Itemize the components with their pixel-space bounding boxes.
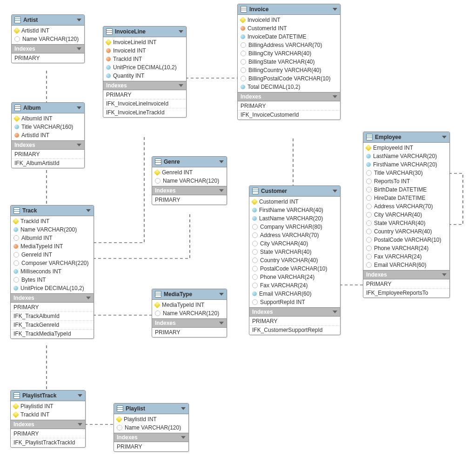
indexes-header[interactable]: Indexes	[12, 140, 84, 150]
index-row[interactable]: PRIMARY	[249, 317, 340, 325]
entity-header[interactable]: InvoiceLine	[103, 26, 186, 37]
column-row[interactable]: AlbumId INT	[11, 234, 94, 242]
column-row[interactable]: PlaylistId INT	[11, 402, 85, 410]
indexes-header[interactable]: Indexes	[114, 433, 188, 442]
chevron-down-icon[interactable]	[333, 190, 337, 192]
column-row[interactable]: PlaylistId INT	[114, 415, 188, 423]
column-row[interactable]: GenreId INT	[11, 251, 94, 259]
column-row[interactable]: PostalCode VARCHAR(10)	[363, 236, 449, 244]
column-row[interactable]: ArtistId INT	[12, 131, 84, 139]
column-row[interactable]: LastName VARCHAR(20)	[363, 152, 449, 160]
chevron-down-icon[interactable]	[179, 30, 183, 33]
chevron-down-icon[interactable]	[181, 407, 186, 410]
column-row[interactable]: Composer VARCHAR(220)	[11, 259, 94, 267]
entity-playlist[interactable]: PlaylistPlaylistId INTName VARCHAR(120)I…	[114, 403, 189, 452]
entity-playlisttrack[interactable]: PlaylistTrackPlaylistId INTTrackId INTIn…	[10, 390, 86, 448]
entity-header[interactable]: PlaylistTrack	[11, 390, 85, 401]
entity-mediatype[interactable]: MediaTypeMediaTypeId INTName VARCHAR(120…	[152, 289, 227, 337]
chevron-down-icon[interactable]	[181, 436, 186, 439]
indexes-header[interactable]: Indexes	[12, 44, 84, 53]
index-row[interactable]: PRIMARY	[11, 303, 94, 311]
index-row[interactable]: IFK_TrackGenreId	[11, 320, 94, 329]
column-row[interactable]: Quantity INT	[103, 72, 186, 80]
column-row[interactable]: Company VARCHAR(80)	[249, 223, 340, 231]
column-row[interactable]: AlbumId INT	[12, 114, 84, 123]
column-row[interactable]: SupportRepId INT	[249, 298, 340, 306]
entity-header[interactable]: Customer	[249, 186, 340, 197]
column-row[interactable]: PostalCode VARCHAR(10)	[249, 264, 340, 273]
index-row[interactable]: IFK_TrackAlbumId	[11, 311, 94, 320]
column-row[interactable]: InvoiceId INT	[238, 16, 340, 24]
column-row[interactable]: Email VARCHAR(60)	[249, 290, 340, 298]
index-row[interactable]: PRIMARY	[103, 91, 186, 99]
column-row[interactable]: TrackId INT	[103, 55, 186, 63]
column-row[interactable]: BillingAddress VARCHAR(70)	[238, 41, 340, 49]
entity-header[interactable]: Artist	[12, 15, 84, 26]
column-row[interactable]: Name VARCHAR(120)	[152, 309, 227, 317]
index-row[interactable]: PRIMARY	[12, 150, 84, 159]
column-row[interactable]: State VARCHAR(40)	[363, 219, 449, 227]
column-row[interactable]: GenreId INT	[152, 168, 227, 177]
entity-customer[interactable]: CustomerCustomerId INTFirstName VARCHAR(…	[249, 185, 341, 335]
column-row[interactable]: InvoiceDate DATETIME	[238, 33, 340, 41]
column-row[interactable]: Email VARCHAR(60)	[363, 261, 449, 269]
index-row[interactable]: IFK_InvoiceLineTrackId	[103, 108, 186, 117]
chevron-down-icon[interactable]	[77, 19, 81, 21]
entity-header[interactable]: Invoice	[238, 4, 340, 15]
column-row[interactable]: Title VARCHAR(30)	[363, 169, 449, 177]
column-row[interactable]: EmployeeId INT	[363, 144, 449, 152]
entity-header[interactable]: Genre	[152, 157, 227, 167]
entity-header[interactable]: Track	[11, 205, 94, 216]
column-row[interactable]: FirstName VARCHAR(20)	[363, 160, 449, 169]
chevron-down-icon[interactable]	[77, 47, 81, 50]
chevron-down-icon[interactable]	[219, 189, 224, 192]
column-row[interactable]: Country VARCHAR(40)	[363, 227, 449, 236]
indexes-header[interactable]: Indexes	[152, 186, 227, 195]
column-row[interactable]: MediaTypeId INT	[152, 301, 227, 309]
index-row[interactable]: PRIMARY	[11, 430, 85, 438]
entity-employee[interactable]: EmployeeEmployeeId INTLastName VARCHAR(2…	[363, 132, 450, 298]
chevron-down-icon[interactable]	[86, 297, 91, 299]
column-row[interactable]: UnitPrice DECIMAL(10,2)	[11, 284, 94, 292]
index-row[interactable]: IFK_InvoiceLineInvoiceId	[103, 99, 186, 108]
column-row[interactable]: TrackId INT	[11, 217, 94, 225]
column-row[interactable]: Name VARCHAR(120)	[114, 423, 188, 432]
index-row[interactable]: PRIMARY	[152, 196, 227, 204]
column-row[interactable]: TrackId INT	[11, 410, 85, 419]
chevron-down-icon[interactable]	[77, 106, 81, 109]
column-row[interactable]: Phone VARCHAR(24)	[363, 244, 449, 252]
column-row[interactable]: City VARCHAR(40)	[249, 239, 340, 248]
column-row[interactable]: Milliseconds INT	[11, 267, 94, 276]
chevron-down-icon[interactable]	[78, 394, 82, 397]
column-row[interactable]: Name VARCHAR(200)	[11, 225, 94, 234]
index-row[interactable]: PRIMARY	[238, 102, 340, 110]
index-row[interactable]: IFK_AlbumArtistId	[12, 159, 84, 167]
column-row[interactable]: Fax VARCHAR(24)	[363, 252, 449, 261]
column-row[interactable]: FirstName VARCHAR(40)	[249, 206, 340, 214]
indexes-header[interactable]: Indexes	[249, 307, 340, 317]
entity-header[interactable]: Employee	[363, 132, 449, 143]
column-row[interactable]: LastName VARCHAR(20)	[249, 214, 340, 223]
index-row[interactable]: IFK_InvoiceCustomerId	[238, 110, 340, 119]
chevron-down-icon[interactable]	[86, 209, 91, 212]
column-row[interactable]: BillingCountry VARCHAR(40)	[238, 66, 340, 74]
index-row[interactable]: PRIMARY	[114, 443, 188, 451]
chevron-down-icon[interactable]	[442, 136, 447, 139]
chevron-down-icon[interactable]	[442, 273, 447, 276]
column-row[interactable]: BirthDate DATETIME	[363, 185, 449, 194]
index-row[interactable]: PRIMARY	[363, 280, 449, 288]
chevron-down-icon[interactable]	[77, 144, 81, 146]
chevron-down-icon[interactable]	[179, 84, 183, 87]
column-row[interactable]: City VARCHAR(40)	[363, 211, 449, 219]
column-row[interactable]: UnitPrice DECIMAL(10,2)	[103, 63, 186, 72]
column-row[interactable]: CustomerId INT	[249, 198, 340, 206]
chevron-down-icon[interactable]	[333, 95, 337, 98]
column-row[interactable]: ArtistId INT	[12, 26, 84, 35]
entity-genre[interactable]: GenreGenreId INTName VARCHAR(120)Indexes…	[152, 156, 227, 205]
chevron-down-icon[interactable]	[219, 293, 224, 296]
column-row[interactable]: Total DECIMAL(10,2)	[238, 83, 340, 91]
column-row[interactable]: MediaTypeId INT	[11, 242, 94, 251]
column-row[interactable]: Country VARCHAR(40)	[249, 256, 340, 264]
index-row[interactable]: IFK_PlaylistTrackTrackId	[11, 438, 85, 447]
entity-album[interactable]: AlbumAlbumId INTTitle VARCHAR(160)Artist…	[11, 102, 85, 168]
